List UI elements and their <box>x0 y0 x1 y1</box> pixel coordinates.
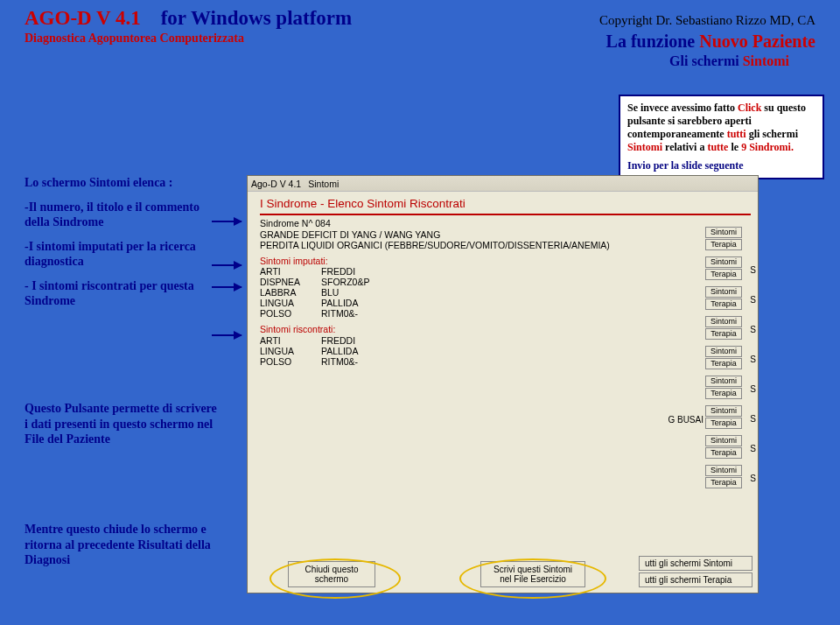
terapia-button[interactable]: Terapia <box>705 477 742 488</box>
list-item: RITM0&- <box>321 308 426 319</box>
terapia-button[interactable]: Terapia <box>705 418 742 429</box>
list-item: DISPNEA <box>260 277 321 287</box>
terapia-button[interactable]: Terapia <box>705 447 742 459</box>
gbusai-label: G BUSAI <box>668 415 704 425</box>
syndrome-buttons: SintomiTerapiaS <box>705 316 758 340</box>
window-titlebar: Ago-D V 4.1 Sintomi <box>248 176 758 192</box>
sindrome-title: GRANDE DEFICIT DI YANG / WANG YANG <box>260 229 751 241</box>
imputati-label: Sintomi imputati: <box>260 256 751 267</box>
syndrome-buttons: SintomiTerapiaS <box>705 465 758 488</box>
title-ago: AGO-D V 4.1 <box>24 7 141 29</box>
list-item: RITM0&- <box>321 356 426 367</box>
list-item: ARTI <box>260 266 321 277</box>
sintomi-button[interactable]: Sintomi <box>705 227 742 238</box>
s-indicator: S <box>750 265 756 275</box>
window-header: I Sindrome - Elenco Sintomi Riscontrati <box>260 197 751 210</box>
right-button-strip: SintomiTerapia SintomiTerapiaS SintomiTe… <box>705 227 758 495</box>
s-indicator: S <box>750 444 756 453</box>
s-indicator: S <box>750 295 756 305</box>
title-windows: for Windows platform <box>161 7 353 29</box>
sindrome-comment: PERDITA LIQUIDI ORGANICI (FEBBRE/SUDORE/… <box>260 240 751 251</box>
left-p1: Lo schermo Sintomi elenca : <box>24 175 221 191</box>
left-p5: Questo Pulsante permette di scrivere i d… <box>24 401 221 447</box>
sintomi-button[interactable]: Sintomi <box>705 256 742 268</box>
list-item: POLSO <box>260 356 321 367</box>
list-item: PALLIDA <box>321 298 426 308</box>
arrow-icon <box>212 286 242 288</box>
sintomi-button[interactable]: Sintomi <box>705 405 742 417</box>
syndrome-buttons: SintomiTerapiaS <box>705 346 758 369</box>
syndrome-buttons: SintomiTerapiaS <box>705 435 758 459</box>
list-item: LINGUA <box>260 346 321 356</box>
s-indicator: S <box>750 355 756 364</box>
close-screen-button[interactable]: Chiudi questo schermo <box>288 561 375 587</box>
list-item: PALLIDA <box>321 346 426 356</box>
separator <box>260 214 751 215</box>
list-item: SFORZ0&P <box>321 277 426 287</box>
terapia-button[interactable]: Terapia <box>705 269 742 280</box>
sintomi-button[interactable]: Sintomi <box>705 316 742 327</box>
list-item: BLU <box>321 287 426 298</box>
invio-hint: Invio per la slide seguente <box>627 159 816 172</box>
sintomi-button[interactable]: Sintomi <box>705 286 742 298</box>
terapia-button[interactable]: Terapia <box>705 298 742 310</box>
sintomi-button[interactable]: Sintomi <box>705 346 742 357</box>
list-item: LINGUA <box>260 298 321 308</box>
list-item: POLSO <box>260 308 321 319</box>
window-bottom-toolbar: Chiudi questo schermo Scrivi questi Sint… <box>248 556 758 587</box>
all-sintomi-button[interactable]: utti gli schermi Sintomi <box>639 556 752 571</box>
sintomi-button[interactable]: Sintomi <box>705 376 742 387</box>
syndrome-buttons: SintomiTerapia <box>705 227 758 250</box>
copyright: Copyright Dr. Sebastiano Rizzo MD, CA <box>599 13 816 28</box>
all-terapia-button[interactable]: utti gli schermi Terapia <box>639 572 752 587</box>
s-indicator: S <box>750 414 756 424</box>
page-title: AGO-D V 4.1 for Windows platform <box>24 7 352 30</box>
write-file-button[interactable]: Scrivi questi Sintomi nel File Esercizio <box>480 561 585 587</box>
sintomi-button[interactable]: Sintomi <box>705 435 742 446</box>
subtitle: Diagnostica Agopuntorea Computerizzata <box>24 32 244 52</box>
s-indicator: S <box>750 474 756 483</box>
terapia-button[interactable]: Terapia <box>705 358 742 369</box>
arrow-icon <box>212 334 242 336</box>
list-item: FREDDI <box>321 266 426 277</box>
s-indicator: S <box>750 384 756 394</box>
arrow-icon <box>212 221 242 222</box>
screens-label: Gli schermi Sintomi <box>24 53 789 69</box>
left-p6: Mentre questo chiude lo schermo e ritorn… <box>24 522 221 568</box>
list-item: ARTI <box>260 335 321 346</box>
function-label: La funzione Nuovo Paziente <box>606 32 816 52</box>
arrow-icon <box>212 264 242 266</box>
syndrome-buttons: SintomiTerapiaS <box>705 376 758 399</box>
left-p2: -Il numero, il titolo e il commento dell… <box>24 200 221 230</box>
terapia-button[interactable]: Terapia <box>705 388 742 399</box>
s-indicator: S <box>750 325 756 334</box>
sindrome-num: Sindrome N^ 084 <box>260 218 751 229</box>
callout-box: Se invece avessimo fatto Click su questo… <box>619 95 824 179</box>
list-item: FREDDI <box>321 335 426 346</box>
titlebar-doc: Sintomi <box>308 179 339 189</box>
list-item: LABBRA <box>260 287 321 298</box>
sintomi-window: Ago-D V 4.1 Sintomi I Sindrome - Elenco … <box>247 175 759 593</box>
terapia-button[interactable]: Terapia <box>705 239 742 250</box>
left-p4: - I sintomi riscontrati per questa Sindr… <box>24 278 221 309</box>
syndrome-buttons: SintomiTerapiaS <box>705 286 758 310</box>
terapia-button[interactable]: Terapia <box>705 328 742 340</box>
riscontrati-label: Sintomi riscontrati: <box>260 324 751 335</box>
syndrome-buttons: SintomiTerapiaS <box>705 256 758 280</box>
titlebar-app: Ago-D V 4.1 <box>251 179 301 189</box>
sintomi-button[interactable]: Sintomi <box>705 465 742 476</box>
left-p3: -I sintomi imputati per la ricerca diagn… <box>24 239 221 270</box>
syndrome-buttons: SintomiTerapiaS <box>705 405 758 429</box>
